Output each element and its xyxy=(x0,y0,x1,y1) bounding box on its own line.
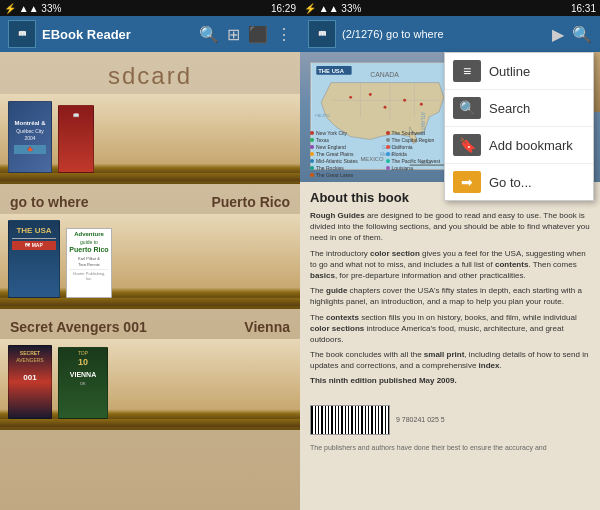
shelf-label-gotowave: go to where xyxy=(0,186,99,214)
about-para-1: Rough Guides are designed to be good to … xyxy=(310,210,590,244)
svg-point-19 xyxy=(384,106,387,109)
menu-label-bookmark: Add bookmark xyxy=(489,138,573,153)
book-nav-title: (2/1276) go to where xyxy=(342,28,546,40)
about-para-5: The book concludes with all the small pr… xyxy=(310,349,590,371)
svg-point-18 xyxy=(420,103,423,106)
legend-greatlakes: The Great Lakes xyxy=(310,172,380,178)
legend-newyork: New York City xyxy=(310,130,380,136)
menu-label-outline: Outline xyxy=(489,64,530,79)
legend-area: New York City Texas New England The Grea… xyxy=(310,130,455,178)
book-puertorico[interactable]: Adventure guide to Puerto Rico Karl Pilk… xyxy=(66,228,112,298)
top-bar-right: 📖 (2/1276) go to where ▶ 🔍 xyxy=(300,16,600,52)
play-icon[interactable]: ▶ xyxy=(552,25,564,44)
menu-icon-left[interactable]: ⋮ xyxy=(276,25,292,44)
shelf-label-vienna: Vienna xyxy=(234,311,300,339)
legend-texas: Texas xyxy=(310,137,380,143)
barcode-area: 9 780241 025 5 xyxy=(300,399,600,441)
status-bar-left: ⚡ ▲▲ 33% 16:29 xyxy=(0,0,300,16)
sort-icon[interactable]: ⬛ xyxy=(248,25,268,44)
menu-label-goto: Go to... xyxy=(489,175,532,190)
right-panel: ⚡ ▲▲ 33% 16:31 📖 (2/1276) go to where ▶ … xyxy=(300,0,600,510)
status-time-right: 16:31 xyxy=(571,3,596,14)
legend-mid-atlantic: Mid-Atlantic States xyxy=(310,158,380,164)
about-para-2: The introductory color section gives you… xyxy=(310,248,590,282)
top-icons: 🔍 ⊞ ⬛ ⋮ xyxy=(199,25,292,44)
menu-label-search: Search xyxy=(489,101,530,116)
shelf-row-2: THE USA 🗺 MAP Adventure guide to Puerto … xyxy=(0,214,300,309)
status-signal-left: ⚡ ▲▲ 33% xyxy=(4,3,61,14)
book-red-travel[interactable]: 📖 xyxy=(58,105,94,173)
grid-icon[interactable]: ⊞ xyxy=(227,25,240,44)
app-icon: 📖 xyxy=(8,20,36,48)
bookmark-icon: 🔖 xyxy=(453,134,481,156)
shelf-label-puertorico: Puerto Rico xyxy=(201,186,300,214)
status-signal-right: ⚡ ▲▲ 33% xyxy=(304,3,361,14)
svg-point-16 xyxy=(369,93,372,96)
top-icons-right: ▶ 🔍 xyxy=(552,25,592,44)
barcode xyxy=(310,405,390,435)
search-menu-icon: 🔍 xyxy=(453,97,481,119)
shelf-area: sdcard Montréal & Québec City 2004 🍁 xyxy=(0,52,300,510)
svg-text:THE USA: THE USA xyxy=(318,68,345,74)
legend-rockies: The Rockies xyxy=(310,165,380,171)
about-para-6: This ninth edition published May 2009. xyxy=(310,375,590,386)
menu-item-search[interactable]: 🔍 Search xyxy=(445,90,593,127)
search-icon-right[interactable]: 🔍 xyxy=(572,25,592,44)
sdcard-label: sdcard xyxy=(0,52,300,94)
svg-point-17 xyxy=(349,96,352,99)
about-section: About this book Rough Guides are designe… xyxy=(300,182,600,399)
book-avengers[interactable]: SECRET AVENGERS 001 xyxy=(8,345,52,419)
book-montreal[interactable]: Montréal & Québec City 2004 🍁 xyxy=(8,101,52,173)
about-para-3: The guide chapters cover the USA's fifty… xyxy=(310,285,590,307)
legend-newengland: New England xyxy=(310,144,380,150)
svg-text:PACIFIC: PACIFIC xyxy=(315,113,330,118)
left-panel: ⚡ ▲▲ 33% 16:29 📖 EBook Reader 🔍 ⊞ ⬛ ⋮ sd… xyxy=(0,0,300,510)
menu-item-goto[interactable]: ➡ Go to... xyxy=(445,164,593,200)
outline-icon: ≡ xyxy=(453,60,481,82)
dropdown-menu: ≡ Outline 🔍 Search 🔖 Add bookmark ➡ Go t… xyxy=(444,52,594,201)
book-usa[interactable]: THE USA 🗺 MAP xyxy=(8,220,60,298)
about-para-4: The contexts section fills you in on his… xyxy=(310,312,590,346)
menu-item-outline[interactable]: ≡ Outline xyxy=(445,53,593,90)
footer-text: The publishers and authors have done the… xyxy=(300,441,600,456)
menu-item-bookmark[interactable]: 🔖 Add bookmark xyxy=(445,127,593,164)
shelf-row-3: SECRET AVENGERS 001 TOP 10 VIENNA DK xyxy=(0,339,300,430)
app-icon-right: 📖 xyxy=(308,20,336,48)
search-icon-left[interactable]: 🔍 xyxy=(199,25,219,44)
status-bar-right: ⚡ ▲▲ 33% 16:31 xyxy=(300,0,600,16)
svg-text:CANADA: CANADA xyxy=(370,71,399,78)
app-title: EBook Reader xyxy=(42,27,193,42)
shelf-2-labels: go to where Puerto Rico xyxy=(0,186,300,214)
shelf-row-1: Montréal & Québec City 2004 🍁 📖 xyxy=(0,94,300,184)
book-vienna[interactable]: TOP 10 VIENNA DK xyxy=(58,347,108,419)
status-time-left: 16:29 xyxy=(271,3,296,14)
barcode-number: 9 780241 025 5 xyxy=(396,416,445,423)
shelf-3-labels: Secret Avengers 001 Vienna xyxy=(0,311,300,339)
shelf-label-avengers: Secret Avengers 001 xyxy=(0,311,157,339)
svg-point-15 xyxy=(403,99,406,102)
goto-icon: ➡ xyxy=(453,171,481,193)
top-bar-left: 📖 EBook Reader 🔍 ⊞ ⬛ ⋮ xyxy=(0,16,300,52)
legend-greatplains: The Great Plains xyxy=(310,151,380,157)
